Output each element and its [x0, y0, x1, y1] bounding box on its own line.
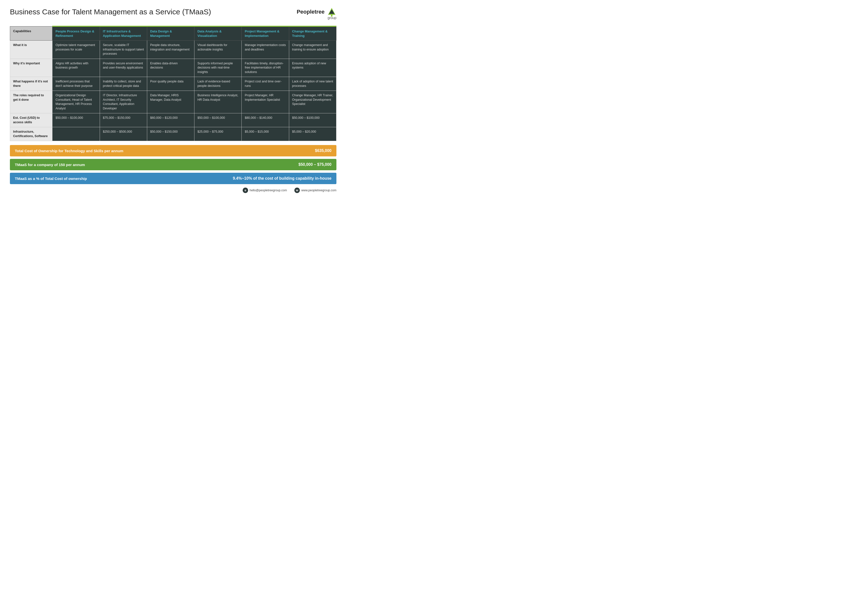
cell-0-0: Optimize talent management processes for…	[53, 40, 100, 59]
logo-area: Peopletree group	[297, 8, 336, 20]
footer-website: www.peopletreegroup.com	[301, 188, 336, 192]
table-row: Infrastructure, Certifications, Software…	[10, 127, 336, 141]
table-row: Est. Cost (USD) to access skills$50,000 …	[10, 113, 336, 127]
cell-1-1: Provides secure environment and user-fri…	[100, 59, 147, 77]
row-label-0: What it is	[10, 40, 53, 59]
logo-text: Peopletree	[297, 8, 336, 17]
cell-5-0	[53, 127, 100, 141]
cell-0-5: Change management and training to ensure…	[289, 40, 336, 59]
cell-2-1: Inability to collect, store and protect …	[100, 77, 147, 91]
logo-tree-icon	[327, 8, 336, 17]
cell-0-1: Secure, scalable IT infrastructure to su…	[100, 40, 147, 59]
table-body: What it isOptimize talent management pro…	[10, 40, 336, 141]
summary-value-0: $635,000	[315, 149, 332, 153]
footer-email: hello@peopletreegroup.com	[250, 188, 287, 192]
col-header-data-design: Data Design & Management	[147, 26, 194, 40]
cell-5-2: $50,000 – $150,000	[147, 127, 194, 141]
footer-email-item: e hello@peopletreegroup.com	[243, 188, 287, 193]
footer: e hello@peopletreegroup.com w www.people…	[10, 188, 336, 193]
cell-4-5: $50,000 – $100,000	[289, 113, 336, 127]
col-header-data-analysis: Data Analysis & Visualization	[194, 26, 242, 40]
cell-4-2: $60,000 – $120,000	[147, 113, 194, 127]
table-row: Why it's importantAligns HR activities w…	[10, 59, 336, 77]
summary-row-tmaas_cost: TMaaS for a company of 150 per annum$50,…	[10, 159, 336, 170]
summary-label-0: Total Cost of Ownership for Technology a…	[15, 149, 124, 153]
table-header-row: Capabilities People Process Design & Ref…	[10, 26, 336, 40]
cell-0-3: Visual dashboards for actionable insight…	[194, 40, 242, 59]
summary-label-2: TMaaS as a % of Total Cost of ownership	[15, 176, 87, 181]
logo-name-text: Peopletree	[297, 9, 324, 15]
logo-group-label: group	[327, 16, 336, 20]
cell-2-2: Poor quality people data	[147, 77, 194, 91]
summary-section: Total Cost of Ownership for Technology a…	[10, 145, 336, 184]
footer-web-item: w www.peopletreegroup.com	[294, 188, 336, 193]
email-icon: e	[243, 188, 248, 193]
cell-0-4: Manage implementation costs and deadline…	[242, 40, 289, 59]
logo-row: Peopletree	[297, 8, 336, 17]
page-header: Business Case for Talent Management as a…	[10, 8, 336, 20]
cell-1-4: Facilitates timely, disruption-free impl…	[242, 59, 289, 77]
cell-4-3: $50,000 – $100,000	[194, 113, 242, 127]
cell-3-3: Business Intelligence Analyst, HR Data A…	[194, 91, 242, 113]
summary-row-total_cost: Total Cost of Ownership for Technology a…	[10, 145, 336, 156]
row-label-4: Est. Cost (USD) to access skills	[10, 113, 53, 127]
cell-1-3: Supports informed people decisions with …	[194, 59, 242, 77]
web-icon: w	[294, 188, 300, 193]
cell-3-4: Project Manager, HR Implementation Speci…	[242, 91, 289, 113]
col-header-project-mgmt: Project Management & Implementation	[242, 26, 289, 40]
summary-value-1: $50,000 – $75,000	[299, 162, 332, 167]
row-label-3: The roles required to get it done	[10, 91, 53, 113]
table-row: What it isOptimize talent management pro…	[10, 40, 336, 59]
cell-5-3: $25,000 – $75,000	[194, 127, 242, 141]
summary-row-tmaas_pct: TMaaS as a % of Total Cost of ownership9…	[10, 173, 336, 184]
cell-5-4: $5,000 – $15,000	[242, 127, 289, 141]
col-header-it-infra: IT Infrastructure & Application Manageme…	[100, 26, 147, 40]
row-label-1: Why it's important	[10, 59, 53, 77]
summary-value-2: 9.4%~10% of the cost of building capabil…	[233, 176, 332, 181]
cell-3-5: Change Manager, HR Trainer, Organization…	[289, 91, 336, 113]
table-row: What happens if it's not thereInefficien…	[10, 77, 336, 91]
cell-0-2: People data structure, integration and m…	[147, 40, 194, 59]
cell-2-3: Lack of evidence-based people decisions	[194, 77, 242, 91]
table-row: The roles required to get it doneOrganiz…	[10, 91, 336, 113]
page-title: Business Case for Talent Management as a…	[10, 8, 211, 16]
row-label-2: What happens if it's not there	[10, 77, 53, 91]
col-header-change-mgmt: Change Management & Training	[289, 26, 336, 40]
cell-1-0: Aligns HR activities with business growt…	[53, 59, 100, 77]
cell-4-1: $75,000 – $150,000	[100, 113, 147, 127]
cell-5-1: $250,000 – $500,000	[100, 127, 147, 141]
row-label-5: Infrastructure, Certifications, Software	[10, 127, 53, 141]
summary-label-1: TMaaS for a company of 150 per annum	[15, 163, 85, 167]
cell-1-5: Ensures adoption of new systems	[289, 59, 336, 77]
capabilities-table: Capabilities People Process Design & Ref…	[10, 26, 336, 141]
cell-3-2: Data Manager, HRIS Manager, Data Analyst	[147, 91, 194, 113]
cell-2-5: Lack of adoption of new talent processes	[289, 77, 336, 91]
capabilities-header-label: Capabilities	[10, 26, 53, 40]
col-header-people-process: People Process Design & Refinement	[53, 26, 100, 40]
cell-4-0: $50,000 – $100,000	[53, 113, 100, 127]
cell-4-4: $80,000 – $140,000	[242, 113, 289, 127]
cell-2-4: Project cost and time over-runs	[242, 77, 289, 91]
cell-3-1: IT Director, Infrastructure Architect, I…	[100, 91, 147, 113]
cell-1-2: Enables data-driven decisions	[147, 59, 194, 77]
cell-5-5: $5,000 – $20,000	[289, 127, 336, 141]
cell-3-0: Organizational Design Consultant, Head o…	[53, 91, 100, 113]
cell-2-0: Inefficient processes that don't achieve…	[53, 77, 100, 91]
